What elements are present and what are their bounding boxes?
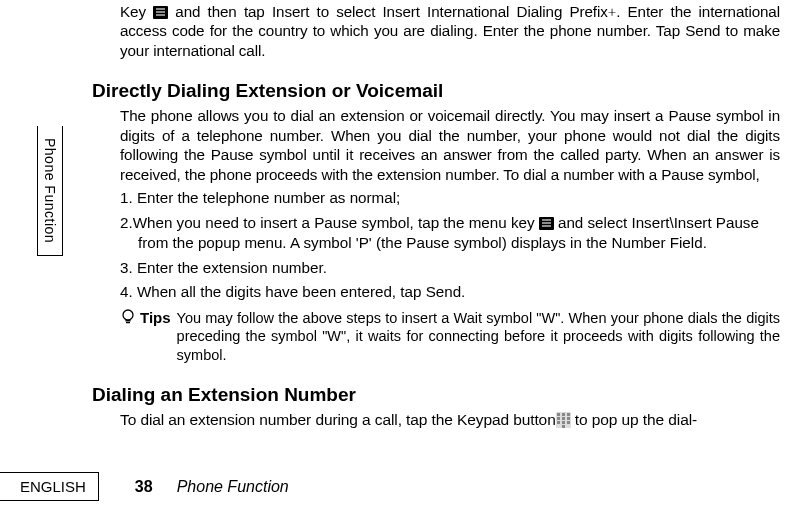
side-tab-label: Phone Function (42, 138, 58, 243)
step-2-continued: from the popup menu. A symbol 'P' (the P… (138, 233, 780, 254)
paragraph-keypad: To dial an extension number during a cal… (120, 410, 780, 430)
page: Phone Function Key and then tap Insert t… (0, 0, 808, 515)
intro-paragraph: Key and then tap Insert to select Insert… (120, 2, 780, 60)
tips-body: You may follow the above steps to insert… (177, 309, 780, 365)
menu-key-icon (153, 6, 168, 19)
heading-directly-dialing: Directly Dialing Extension or Voicemail (92, 80, 780, 102)
step-4: 4. When all the digits have been entered… (120, 282, 780, 303)
footer-section-title: Phone Function (177, 478, 289, 496)
side-tab-phone-function: Phone Function (37, 126, 63, 256)
language-badge: ENGLISH (0, 472, 99, 501)
content-area: Key and then tap Insert to select Insert… (92, 0, 780, 430)
tips-label: Tips (120, 309, 171, 326)
page-footer: ENGLISH 38 Phone Function (0, 472, 808, 501)
keypad-icon (556, 412, 571, 428)
menu-key-icon (539, 217, 554, 230)
text-fragment: To dial an extension number during a cal… (120, 411, 556, 428)
paragraph-pause-explain: The phone allows you to dial an extensio… (120, 106, 780, 184)
text-fragment: 2.When you need to insert a Pause symbol… (120, 214, 539, 231)
tips-block: Tips You may follow the above steps to i… (120, 309, 780, 365)
step-1: 1. Enter the telephone number as normal; (120, 188, 780, 209)
plus-symbol: + (608, 3, 616, 20)
text-fragment: and then tap Insert to select Insert Int… (168, 3, 608, 20)
heading-dialing-extension: Dialing an Extension Number (92, 384, 780, 406)
step-3: 3. Enter the extension number. (120, 258, 780, 279)
step-2: 2.When you need to insert a Pause symbol… (120, 213, 780, 254)
lightbulb-icon (120, 309, 136, 325)
text-fragment: to pop up the dial- (571, 411, 697, 428)
page-number: 38 (135, 478, 153, 496)
text-fragment: and select Insert\Insert Pause (554, 214, 759, 231)
tips-label-text: Tips (140, 309, 171, 326)
text-fragment: Key (120, 3, 153, 20)
svg-point-0 (123, 310, 133, 320)
